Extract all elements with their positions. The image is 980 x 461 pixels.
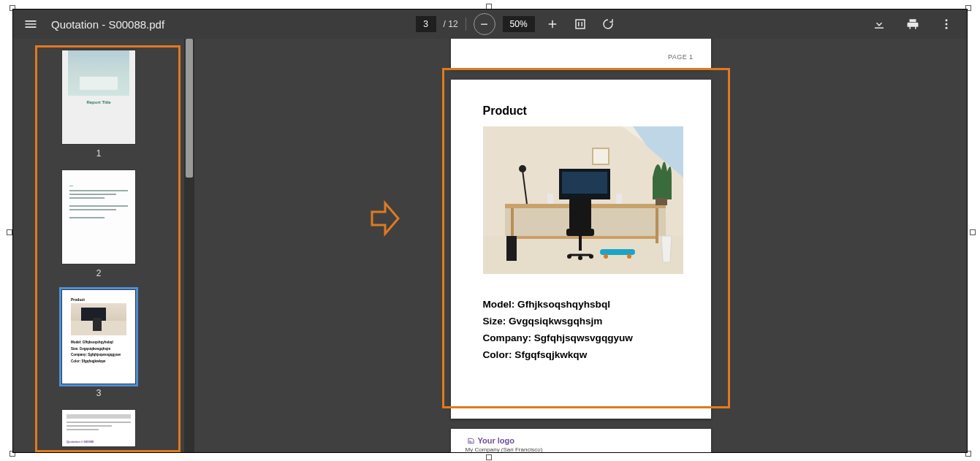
thumbnail-page-1[interactable]: Report Title [62, 50, 135, 144]
svg-point-2 [946, 27, 948, 29]
svg-point-1 [946, 23, 948, 26]
resize-handle-w[interactable] [7, 229, 12, 235]
product-image [483, 126, 683, 274]
thumbnail-page-3[interactable]: Product Model: Gfhjksoqshqyhsbql Size: G… [62, 290, 135, 384]
resize-handle-s[interactable] [486, 454, 492, 460]
attr-model: ModelGfhjksoqshqyhsbql [483, 296, 691, 313]
svg-rect-15 [547, 194, 553, 204]
thumbnail-page-2[interactable]: — [62, 170, 135, 264]
svg-rect-28 [600, 249, 635, 255]
svg-rect-20 [593, 148, 609, 164]
svg-point-30 [627, 254, 631, 259]
sidebar-scrollbar-track[interactable] [184, 39, 194, 452]
pdf-page-next-stub: Your logo My Company (San Francisco) 250… [451, 429, 711, 452]
hamburger-icon[interactable] [20, 14, 41, 34]
sidebar-scrollbar-thumb[interactable] [186, 39, 193, 178]
pdf-toolbar: Quotation - S00088.pdf / 12 − [13, 9, 967, 39]
logo-placeholder: Your logo [466, 433, 696, 446]
attr-company: CompanySgfqhjsqwsvgqgyuw [483, 329, 691, 346]
thumbnail-number-2: 2 [13, 268, 184, 278]
product-heading: Product [483, 104, 691, 118]
thumbnail-cover-title: Report Title [62, 100, 135, 104]
fit-page-button[interactable] [570, 14, 590, 34]
svg-point-32 [469, 441, 471, 442]
thumbnail-page-4[interactable]: Quotation # S00088 [62, 410, 135, 446]
thumbnail-number-1: 1 [13, 148, 184, 159]
pdf-page-previous-stub: PAGE 1 [451, 39, 711, 69]
annotation-arrow-icon [369, 200, 401, 237]
attr-color: ColorSfgqfsqjkwkqw [483, 346, 691, 363]
pdf-viewer: Quotation - S00088.pdf / 12 − [12, 9, 968, 453]
download-button[interactable] [869, 14, 889, 34]
svg-rect-31 [506, 236, 517, 261]
svg-point-18 [519, 165, 526, 172]
rotate-button[interactable] [598, 14, 618, 34]
page-label: PAGE 1 [668, 53, 694, 61]
thumbnail-cover-image [68, 50, 129, 96]
pdf-main-viewport[interactable]: PAGE 1 Product [194, 39, 967, 452]
svg-rect-16 [616, 194, 622, 204]
pdf-page-current: Product [451, 80, 711, 419]
company-address: My Company (San Francisco) 250 Executive… [466, 446, 696, 452]
print-button[interactable] [903, 14, 923, 34]
svg-point-27 [578, 256, 582, 260]
thumbnail-number-3: 3 [13, 388, 184, 398]
svg-rect-11 [656, 208, 658, 243]
thumbnail-text-preview: — [69, 183, 128, 221]
editor-canvas: Quotation - S00088.pdf / 12 − [0, 0, 980, 461]
svg-point-25 [567, 254, 571, 259]
zoom-in-button[interactable] [542, 14, 563, 34]
document-title: Quotation - S00088.pdf [51, 18, 164, 31]
thumbnail-sidebar: Report Title 1 — [13, 39, 194, 452]
svg-rect-22 [566, 229, 594, 236]
zoom-level-input[interactable] [503, 16, 535, 32]
svg-point-26 [589, 254, 593, 259]
product-attributes: ModelGfhjksoqshqyhsbql SizeGvgqsiqkwsgqh… [483, 296, 691, 363]
page-total-label: / 12 [444, 19, 458, 29]
more-menu-button[interactable] [936, 14, 957, 34]
svg-rect-19 [656, 198, 667, 205]
page-number-input[interactable] [416, 16, 436, 32]
svg-rect-13 [562, 172, 607, 194]
zoom-out-button[interactable]: − [474, 13, 495, 35]
toolbar-separator [466, 18, 466, 31]
svg-point-0 [946, 19, 948, 21]
svg-point-29 [604, 254, 608, 259]
resize-handle-e[interactable] [970, 229, 976, 235]
attr-size: SizeGvgqsiqkwsgqhsjm [483, 313, 691, 329]
svg-rect-21 [569, 198, 591, 230]
